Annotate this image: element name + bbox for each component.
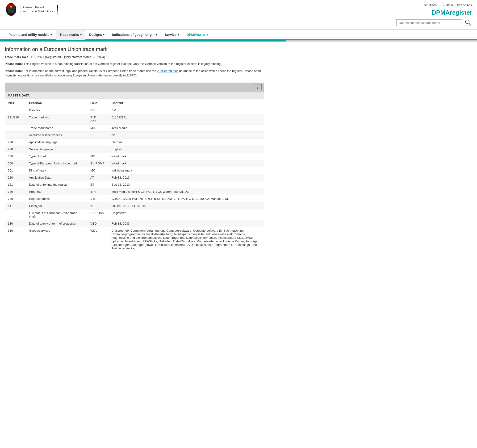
cell-content: Registered bbox=[109, 209, 264, 220]
cell-criterion: Type of mark bbox=[26, 153, 88, 160]
table-row: 550Type of markMFWord mark bbox=[5, 153, 264, 160]
cell-inid: 151 bbox=[5, 181, 26, 188]
cell-field: EUIPOAST bbox=[88, 209, 109, 220]
help-label: HELP bbox=[446, 4, 453, 7]
col-header-criterion: Criterion bbox=[26, 99, 88, 107]
cell-content: English bbox=[109, 146, 264, 153]
table-row: Data fileDBEM bbox=[5, 107, 264, 114]
cell-criterion: Acquired distinctiveness bbox=[26, 131, 88, 138]
nav-designs[interactable]: Designs ▾ bbox=[85, 30, 108, 40]
page-header: German Patent and Trade Mark Office DEUT… bbox=[0, 0, 477, 30]
cell-field: VED bbox=[88, 220, 109, 227]
nav-dpma-kurier-label: DPMAkurier bbox=[187, 33, 205, 36]
cell-inid: 550 bbox=[5, 160, 26, 167]
help-link[interactable]: 📄 HELP bbox=[441, 4, 453, 7]
header-right: DEUTSCH 📄 HELP FEEDBACK DPMAregister bbox=[396, 2, 472, 29]
table-row: Acquired distinctivenessNo bbox=[5, 131, 264, 138]
top-links: DEUTSCH 📄 HELP FEEDBACK bbox=[424, 4, 472, 7]
brand-logo: DPMAregister bbox=[432, 9, 472, 16]
trade-mark-status: (Registered, Query started: March 17, 20… bbox=[45, 55, 105, 59]
org-name-line2: and Trade Mark Office bbox=[23, 9, 53, 13]
cell-content: 011582971 bbox=[109, 114, 264, 124]
note1: Please note: This English version is a n… bbox=[5, 62, 264, 66]
cell-criterion: Application Date bbox=[26, 174, 88, 181]
cell-content: 4eck Media bbox=[109, 124, 264, 131]
cell-field: INH bbox=[88, 188, 109, 195]
table-row: 511Class(es)KL09, 16, 35, 38, 41, 42, 45 bbox=[5, 202, 264, 209]
col-header-field: Field bbox=[88, 99, 109, 107]
cell-field: VTR bbox=[88, 195, 109, 202]
cell-criterion: Kind of mark bbox=[26, 167, 88, 174]
cell-criterion: Date of expiry of term of protection bbox=[26, 220, 88, 227]
nav-dpma-kurier[interactable]: DPMAkurier ▾ bbox=[183, 30, 212, 40]
cell-inid: 551 bbox=[5, 167, 26, 174]
nav-dpma-kurier-arrow: ▾ bbox=[207, 33, 208, 36]
cell-criterion: Second language bbox=[26, 146, 88, 153]
pdf-icon: 📄 bbox=[441, 4, 445, 7]
nav-indications[interactable]: Indications of geogr. origin ▾ bbox=[108, 30, 161, 40]
table-row: 270Second languageEnglish bbox=[5, 146, 264, 153]
table-row: Trade mark nameMD4eck Media bbox=[5, 124, 264, 131]
note2-bold: Please note: bbox=[5, 69, 23, 73]
kebab-menu-button[interactable]: ⋮ bbox=[254, 84, 262, 90]
cell-field: DB bbox=[88, 107, 109, 114]
nav-patents[interactable]: Patents and utility models ▾ bbox=[5, 30, 56, 40]
svg-line-4 bbox=[469, 23, 471, 25]
search-input[interactable] bbox=[396, 19, 462, 26]
org-name: German Patent and Trade Mark Office bbox=[21, 6, 53, 13]
cell-field bbox=[88, 131, 109, 138]
brand-prefix: DPMA bbox=[432, 9, 450, 16]
deutsch-link[interactable]: DEUTSCH bbox=[424, 4, 437, 7]
cell-criterion: Data file bbox=[26, 107, 88, 114]
table-row: 220Application DateATFeb 18, 2013 bbox=[5, 174, 264, 181]
cell-field: KL bbox=[88, 202, 109, 209]
cell-content: Word mark bbox=[109, 153, 264, 160]
cell-inid: 111/210 bbox=[5, 114, 26, 124]
note1-text: This English version is a non-binding tr… bbox=[24, 62, 221, 66]
cell-content: German bbox=[109, 138, 264, 146]
feedback-link[interactable]: FEEDBACK bbox=[457, 4, 472, 7]
cell-criterion: Application language bbox=[26, 138, 88, 146]
cell-inid: 740 bbox=[5, 195, 26, 202]
nav-service[interactable]: Service ▾ bbox=[161, 30, 183, 40]
cell-inid bbox=[5, 124, 26, 131]
cell-inid: 220 bbox=[5, 174, 26, 181]
esearch-plus-link[interactable]: ↗ eSearch plus bbox=[157, 69, 179, 73]
nav-designs-label: Designs bbox=[89, 33, 102, 36]
nav-trademarks[interactable]: Trade marks ▾ bbox=[56, 30, 85, 40]
table-row: 551Kind of markMKIndividual mark bbox=[5, 167, 264, 174]
cell-content: Word mark bbox=[109, 160, 264, 167]
cell-content: Feb 18, 2013 bbox=[109, 174, 264, 181]
note2: Please note: For information on the curr… bbox=[5, 69, 264, 78]
logo-area: German Patent and Trade Mark Office bbox=[5, 2, 58, 17]
table-row: File status of European Union trade mark… bbox=[5, 209, 264, 220]
nav-trademarks-arrow: ▾ bbox=[80, 33, 82, 36]
svg-point-2 bbox=[10, 6, 12, 7]
nav-indications-label: Indications of geogr. origin bbox=[112, 33, 155, 36]
cell-criterion: File status of European Union trade mark bbox=[26, 209, 88, 220]
master-data-section: ⋮ MASTER DATA INID Criterion Field Conte… bbox=[5, 83, 264, 252]
col-header-content: Content bbox=[109, 99, 264, 107]
table-row: 111/210Trade mark No.RN/ AKZ011582971 bbox=[5, 114, 264, 124]
search-area bbox=[396, 18, 472, 27]
cell-inid bbox=[5, 131, 26, 138]
main-content: Information on a European Union trade ma… bbox=[0, 42, 269, 257]
cell-field bbox=[88, 146, 109, 153]
table-header-row: INID Criterion Field Content bbox=[5, 99, 264, 107]
cell-criterion: Class(es) bbox=[26, 202, 88, 209]
trade-mark-number: 011582971 bbox=[29, 55, 44, 59]
master-data-table: INID Criterion Field Content Data fileDB… bbox=[5, 99, 264, 252]
cell-inid: 270 bbox=[5, 138, 26, 146]
search-button[interactable] bbox=[464, 18, 472, 27]
brand-suffix: register bbox=[450, 9, 472, 16]
table-row: 270Application languageGerman bbox=[5, 138, 264, 146]
cell-content: Class(es) 09: Computerprogramme und Comp… bbox=[109, 227, 264, 252]
note2-text1: For information on the current legal and… bbox=[24, 69, 157, 73]
cell-inid: 730 bbox=[5, 188, 26, 195]
table-row: 740RepresentativeVTRGRÜNECKER PATENT- UN… bbox=[5, 195, 264, 202]
cell-inid: 510 bbox=[5, 227, 26, 252]
cell-inid: 550 bbox=[5, 153, 26, 160]
cell-criterion: Trade mark No. bbox=[26, 114, 88, 124]
cell-content: 09, 16, 35, 38, 41, 42, 45 bbox=[109, 202, 264, 209]
nav-patents-arrow: ▾ bbox=[50, 33, 52, 36]
